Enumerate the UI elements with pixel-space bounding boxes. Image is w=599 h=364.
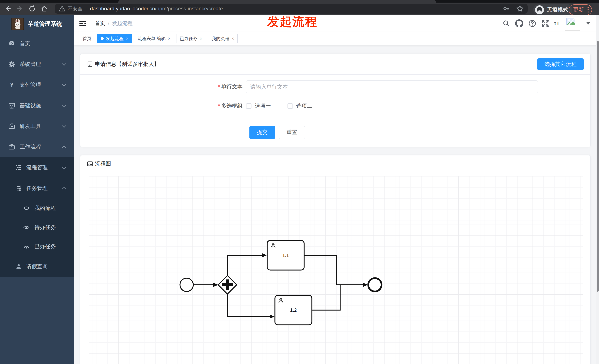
sidebar-item-task-mgmt[interactable]: 任务管理 (0, 178, 74, 199)
url-host[interactable]: dashboard.yudao.iocoder.cn (90, 6, 155, 12)
checkbox-option-1[interactable] (246, 103, 251, 109)
reload-icon[interactable] (28, 5, 36, 12)
sidebar-item-todo-tasks[interactable]: 待办任务 (0, 218, 74, 237)
avatar-dropdown-caret-icon[interactable] (586, 22, 590, 25)
sidebar-item-payment[interactable]: ¥ 支付管理 (0, 75, 74, 95)
help-icon[interactable] (529, 20, 536, 27)
arrowhead-icon (262, 253, 267, 257)
process-diagram-card: 流程图 (80, 155, 590, 364)
tags-view: 首页 发起流程× 流程表单-编辑× 已办任务× 我的流程× (74, 32, 599, 45)
app-title: 芋道管理系统 (28, 20, 62, 28)
close-icon[interactable]: × (126, 36, 128, 41)
list-tree-icon (16, 164, 22, 171)
incognito-icon (535, 5, 544, 15)
submit-button[interactable]: 提交 (249, 126, 275, 139)
sidebar-item-system[interactable]: 系统管理 (0, 54, 74, 75)
avatar[interactable] (565, 16, 580, 31)
checkbox-label[interactable]: 选项二 (296, 102, 312, 110)
fullscreen-icon[interactable] (541, 20, 549, 27)
browser-update-button[interactable]: 更新 (569, 4, 592, 15)
bpmn-start-event[interactable] (180, 278, 193, 291)
sidebar-item-label: 已办任务 (34, 243, 56, 250)
close-icon[interactable]: × (231, 36, 234, 41)
eye-closed-icon (23, 244, 30, 250)
tab-form-edit[interactable]: 流程表单-编辑× (134, 34, 174, 43)
toolbox-icon (9, 123, 15, 130)
sidebar-item-home[interactable]: 首页 (0, 33, 74, 54)
chevron-down-icon (62, 103, 66, 107)
sidebar-item-label: 工作流程 (20, 143, 41, 151)
incognito-label: 无痕模式 (547, 6, 568, 13)
picture-icon (87, 161, 93, 167)
close-icon[interactable]: × (200, 36, 202, 41)
sidebar-item-label: 请假查询 (26, 263, 48, 270)
bpmn-canvas[interactable]: 1.1 1.2 (89, 176, 583, 364)
bookmark-star-icon[interactable] (516, 5, 524, 12)
search-icon[interactable] (502, 20, 510, 27)
url-path[interactable]: /bpm/process-instance/create (155, 6, 223, 12)
breadcrumb-home[interactable]: 首页 (95, 20, 105, 27)
github-icon[interactable] (515, 19, 523, 27)
update-label[interactable]: 更新 (573, 6, 584, 13)
main-area: 首页 / 发起流程 tT 首页 发起流程× 流程表单-编辑× 已办任务× 我的流 (74, 15, 599, 364)
arrowhead-icon (213, 283, 218, 287)
tab-done-tasks[interactable]: 已办任务× (176, 34, 206, 43)
sidebar-item-leave-query[interactable]: 请假查询 (0, 256, 74, 277)
bpmn-user-task-1-1[interactable]: 1.1 (267, 240, 304, 270)
sidebar-item-label: 支付管理 (20, 81, 41, 89)
forward-icon[interactable] (16, 5, 24, 12)
broken-image-icon (566, 18, 576, 26)
not-secure-warning-icon (59, 5, 65, 12)
breadcrumb-current: 发起流程 (112, 20, 133, 27)
smile-face-icon (23, 205, 30, 211)
home-icon[interactable] (41, 5, 48, 12)
sidebar-item-infrastructure[interactable]: 基础设施 (0, 95, 74, 116)
password-key-icon[interactable] (503, 5, 510, 12)
bpmn-end-event[interactable] (368, 278, 381, 291)
checkbox-field-row: *多选框组 选项一 选项二 (80, 102, 590, 110)
back-icon[interactable] (4, 5, 11, 12)
chevron-down-icon (62, 62, 66, 66)
tab-start-process[interactable]: 发起流程× (97, 34, 132, 43)
logo-rabbit-image (11, 18, 24, 30)
main-scrollbar[interactable] (596, 15, 599, 364)
sidebar-item-my-process[interactable]: 我的流程 (0, 199, 74, 218)
sidebar-item-label: 待办任务 (34, 224, 56, 231)
tab-my-process[interactable]: 我的流程× (208, 34, 238, 43)
scrollbar-thumb[interactable] (597, 41, 599, 292)
bpmn-parallel-gateway[interactable] (218, 276, 237, 294)
breadcrumb: 首页 / 发起流程 (95, 20, 133, 27)
reset-button[interactable]: 重置 (279, 126, 305, 139)
sidebar-item-dev-tools[interactable]: 研发工具 (0, 116, 74, 137)
eye-open-icon (23, 224, 30, 230)
sidebar-item-process-mgmt[interactable]: 流程管理 (0, 157, 74, 178)
choose-other-process-button[interactable]: 选择其它流程 (537, 58, 584, 70)
chevron-up-icon (62, 187, 66, 191)
diagram-card-header: 流程图 (80, 155, 590, 172)
required-marker: * (218, 103, 220, 109)
checkbox-option-2[interactable] (288, 103, 293, 109)
chevron-down-icon (62, 165, 66, 169)
sidebar-item-workflow[interactable]: 工作流程 (0, 137, 74, 157)
yuan-icon: ¥ (9, 82, 15, 88)
font-size-icon[interactable]: tT (554, 20, 560, 26)
security-label[interactable]: 不安全 (68, 5, 83, 12)
collapse-sidebar-icon[interactable] (79, 20, 86, 26)
single-line-text-input[interactable] (246, 80, 538, 93)
breadcrumb-separator: / (108, 20, 109, 26)
apply-info-title: 申请信息【测试多审批人】 (95, 60, 159, 68)
form-actions: 提交 重置 (80, 126, 590, 139)
text-field-row: *单行文本 (80, 80, 590, 93)
sidebar-item-done-tasks[interactable]: 已办任务 (0, 237, 74, 256)
incognito-badge: 无痕模式 (533, 4, 573, 16)
tab-home[interactable]: 首页 (79, 34, 95, 43)
browser-menu-icon[interactable] (588, 7, 589, 13)
node-tree-icon (16, 185, 22, 191)
url-bar[interactable]: 不安全 dashboard.yudao.iocoder.cn/bpm/proce… (55, 4, 528, 14)
field-label: *多选框组 (80, 102, 246, 110)
logo-row[interactable]: 芋道管理系统 (0, 15, 74, 33)
chevron-down-icon (62, 124, 66, 128)
close-icon[interactable]: × (168, 36, 171, 41)
checkbox-label[interactable]: 选项一 (255, 102, 271, 110)
bpmn-user-task-1-2[interactable]: 1.2 (275, 295, 312, 325)
